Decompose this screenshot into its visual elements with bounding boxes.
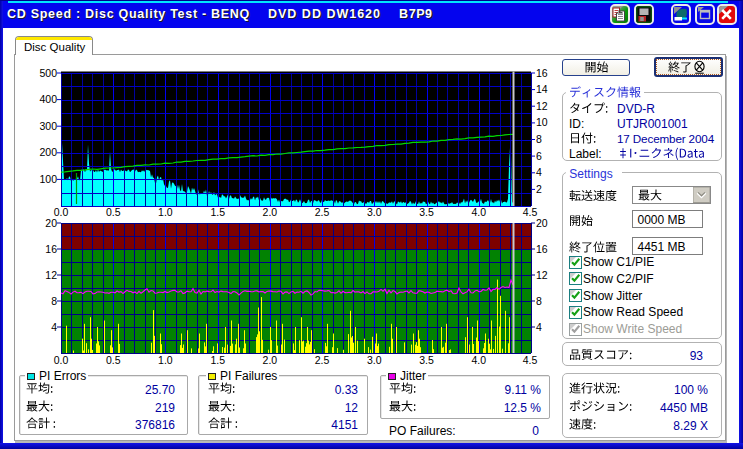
svg-text:300: 300 <box>39 120 57 132</box>
svg-text:2: 2 <box>536 183 542 195</box>
svg-text:10: 10 <box>536 116 548 128</box>
svg-text:16: 16 <box>45 243 57 255</box>
svg-text:4: 4 <box>536 166 542 178</box>
svg-text:2.0: 2.0 <box>263 206 278 218</box>
svg-text:1.5: 1.5 <box>210 354 225 366</box>
svg-text:0.5: 0.5 <box>106 354 121 366</box>
svg-text:2.5: 2.5 <box>315 354 330 366</box>
svg-text:6: 6 <box>536 150 542 162</box>
svg-text:20: 20 <box>45 217 57 229</box>
svg-text:4: 4 <box>51 321 57 333</box>
svg-text:0.5: 0.5 <box>106 206 121 218</box>
svg-text:16: 16 <box>536 67 548 79</box>
svg-text:12: 12 <box>536 100 548 112</box>
svg-text:12: 12 <box>536 269 548 281</box>
svg-text:500: 500 <box>39 67 57 79</box>
svg-text:8: 8 <box>536 133 542 145</box>
svg-text:12: 12 <box>45 269 57 281</box>
svg-text:20: 20 <box>536 217 548 229</box>
svg-text:4.0: 4.0 <box>471 354 486 366</box>
svg-text:8: 8 <box>51 295 57 307</box>
svg-text:100: 100 <box>39 173 57 185</box>
svg-text:3.0: 3.0 <box>367 354 382 366</box>
svg-text:8: 8 <box>536 295 542 307</box>
svg-text:14: 14 <box>536 83 548 95</box>
svg-text:1.0: 1.0 <box>158 206 173 218</box>
svg-text:4.0: 4.0 <box>471 206 486 218</box>
svg-text:2.0: 2.0 <box>263 354 278 366</box>
svg-text:3.0: 3.0 <box>367 206 382 218</box>
svg-text:4.5: 4.5 <box>523 354 538 366</box>
svg-text:3.5: 3.5 <box>419 206 434 218</box>
svg-text:16: 16 <box>536 243 548 255</box>
svg-text:4: 4 <box>536 321 542 333</box>
svg-text:200: 200 <box>39 146 57 158</box>
svg-text:3.5: 3.5 <box>419 354 434 366</box>
svg-text:400: 400 <box>39 93 57 105</box>
svg-text:0.0: 0.0 <box>54 354 69 366</box>
svg-text:1.0: 1.0 <box>158 354 173 366</box>
svg-text:2.5: 2.5 <box>315 206 330 218</box>
svg-text:1.5: 1.5 <box>210 206 225 218</box>
